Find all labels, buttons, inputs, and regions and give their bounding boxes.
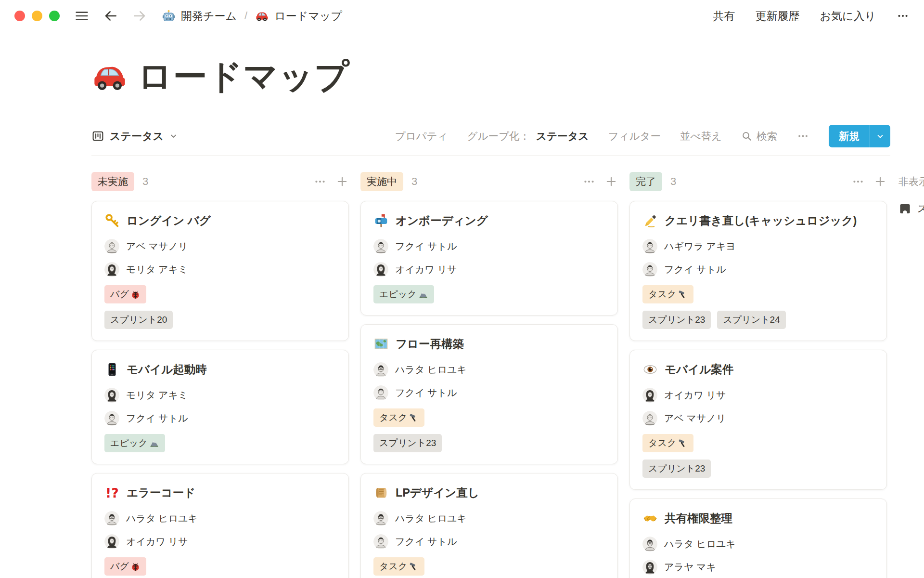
card-assignee: ハラタ ヒロユキ	[104, 511, 336, 526]
properties-button[interactable]: プロパティ	[395, 129, 448, 143]
card-tag[interactable]: スプリント23	[642, 311, 711, 329]
card-tag[interactable]: タスク	[642, 285, 693, 303]
minimize-window-button[interactable]	[32, 11, 42, 21]
card-title-row: LPデザイン直し	[373, 485, 605, 500]
page-car-icon[interactable]	[91, 59, 128, 95]
close-window-button[interactable]	[14, 11, 25, 21]
card-tag[interactable]: スプリント23	[373, 434, 442, 452]
new-button-dropdown[interactable]	[870, 125, 890, 147]
page-title[interactable]: ロードマップ	[138, 54, 349, 100]
card-assignee: アラヤ マキ	[642, 560, 874, 575]
card[interactable]: フロー再構築ハラタ ヒロユキフクイ サトルタスクスプリント23	[360, 324, 618, 464]
filter-button[interactable]: フィルター	[608, 129, 661, 143]
card-title-row: モバイル起動時	[104, 362, 336, 377]
card-tag-row: エピック	[104, 434, 336, 452]
column-more-icon[interactable]	[851, 175, 865, 188]
tag-label: スプリント23	[379, 437, 436, 449]
column-status-badge[interactable]: 未実施	[91, 172, 134, 191]
card[interactable]: !?エラーコードハラタ ヒロユキオイカワ リサバグ	[91, 473, 349, 578]
sort-button[interactable]: 並べ替え	[680, 129, 722, 143]
map-icon	[373, 336, 389, 352]
sidebar-toggle-icon[interactable]	[74, 8, 90, 24]
card-tag[interactable]: エピック	[373, 285, 434, 303]
card-tag[interactable]: タスク	[642, 434, 693, 452]
tag-label: エピック	[379, 288, 417, 301]
avatar-man	[373, 239, 388, 254]
card-tag[interactable]: バグ	[104, 557, 146, 576]
card-tag[interactable]: スプリント24	[717, 311, 785, 329]
handshake-icon	[642, 511, 658, 526]
column-status-badge[interactable]: 実施中	[360, 172, 403, 191]
new-button[interactable]: 新規	[829, 125, 890, 147]
window-titlebar: 開発チーム / ロードマップ 共有 更新履歴 お気に入り	[0, 0, 924, 32]
avatar-woman	[642, 388, 657, 403]
card-tag-row: バグ	[104, 285, 336, 303]
card-assignee: フクイ サトル	[104, 411, 336, 426]
avatar-woman	[104, 262, 119, 277]
breadcrumb-item-team[interactable]: 開発チーム	[162, 9, 237, 24]
card[interactable]: LPデザイン直しハラタ ヒロユキフクイ サトルタスク	[360, 473, 618, 578]
assignee-name: フクイ サトル	[395, 240, 457, 253]
card[interactable]: 共有権限整理ハラタ ヒロユキアラヤ マキ	[629, 499, 887, 578]
hidden-groups-label[interactable]: 非表示のグループ	[898, 172, 924, 191]
card-tag[interactable]: スプリント20	[104, 311, 173, 329]
column-add-card-icon[interactable]	[604, 175, 618, 188]
new-button-label[interactable]: 新規	[829, 125, 870, 147]
card-tag[interactable]: タスク	[373, 557, 424, 576]
assignee-name: ハラタ ヒロユキ	[664, 538, 736, 551]
card[interactable]: モバイル起動時モリタ アキミフクイ サトルエピック	[91, 350, 349, 464]
tab-status-board-view[interactable]: ステータス	[91, 129, 178, 144]
share-button[interactable]: 共有	[713, 9, 735, 24]
search-button[interactable]: 検索	[741, 129, 777, 143]
card-tag[interactable]: バグ	[104, 285, 146, 303]
card[interactable]: モバイル案件オイカワ リサアベ マサノリタスクスプリント23	[629, 350, 887, 490]
search-label: 検索	[757, 129, 777, 143]
breadcrumb-item-page[interactable]: ロードマップ	[255, 9, 342, 24]
card-assignee: オイカワ リサ	[373, 262, 605, 277]
column-more-icon[interactable]	[313, 175, 327, 188]
view-toolbar: ステータス プロパティ グループ化： ステータス フィルター 並べ替え 検索 新…	[91, 125, 890, 156]
card-tag-row: タスク	[373, 408, 605, 427]
avatar-man-glasses	[104, 511, 119, 526]
assignee-name: アラヤ マキ	[664, 561, 716, 574]
group-by-button[interactable]: グループ化： ステータス	[467, 129, 589, 143]
card-tag[interactable]: スプリント23	[642, 460, 711, 478]
card-assignee: フクイ サトル	[373, 239, 605, 254]
column-status-badge[interactable]: 完了	[629, 172, 662, 191]
mobile-icon	[104, 362, 120, 377]
column-cards: ロングイン バグアベ マサノリモリタ アキミバグスプリント20モバイル起動時モリ…	[91, 201, 349, 578]
card[interactable]: ロングイン バグアベ マサノリモリタ アキミバグスプリント20	[91, 201, 349, 341]
column-add-card-icon[interactable]	[335, 175, 349, 188]
card[interactable]: オンボーディングフクイ サトルオイカワ リサエピック	[360, 201, 618, 315]
zoom-window-button[interactable]	[49, 11, 60, 21]
forward-button[interactable]	[132, 8, 147, 24]
card-title: クエリ書き直し(キャッシュロジック)	[665, 213, 857, 228]
more-options-icon[interactable]	[896, 9, 910, 23]
back-button[interactable]	[103, 8, 118, 24]
card[interactable]: クエリ書き直し(キャッシュロジック)ハギワラ アキヨフクイ サトルタスクスプリン…	[629, 201, 887, 341]
column-more-icon[interactable]	[582, 175, 596, 188]
assignee-name: フクイ サトル	[126, 412, 188, 425]
column-add-card-icon[interactable]	[873, 175, 887, 188]
assignee-name: アベ マサノリ	[664, 412, 726, 425]
favorites-button[interactable]: お気に入り	[820, 9, 876, 24]
traffic-lights	[14, 11, 60, 21]
card-assignee: モリタ アキミ	[104, 388, 336, 403]
column-count: 3	[142, 175, 148, 188]
column-cards: クエリ書き直し(キャッシュロジック)ハギワラ アキヨフクイ サトルタスクスプリン…	[629, 201, 887, 578]
updates-button[interactable]: 更新履歴	[755, 9, 799, 24]
toolbar-controls: プロパティ グループ化： ステータス フィルター 並べ替え 検索 新規	[395, 125, 890, 147]
hidden-group-row[interactable]: ステータスなし	[898, 202, 924, 215]
card-assignee: オイカワ リサ	[642, 388, 874, 403]
view-more-icon[interactable]	[796, 130, 809, 143]
card-tag[interactable]: エピック	[104, 434, 165, 452]
card-title: ロングイン バグ	[127, 213, 211, 228]
card-tag[interactable]: タスク	[373, 408, 424, 427]
group-by-value: ステータス	[536, 129, 589, 143]
avatar-man	[373, 385, 388, 400]
ladybug-icon	[130, 289, 141, 300]
card-assignee: ハギワラ アキヨ	[642, 239, 874, 254]
avatar-woman-glasses	[642, 560, 657, 575]
avatar-man	[373, 534, 388, 549]
search-icon	[741, 131, 752, 142]
